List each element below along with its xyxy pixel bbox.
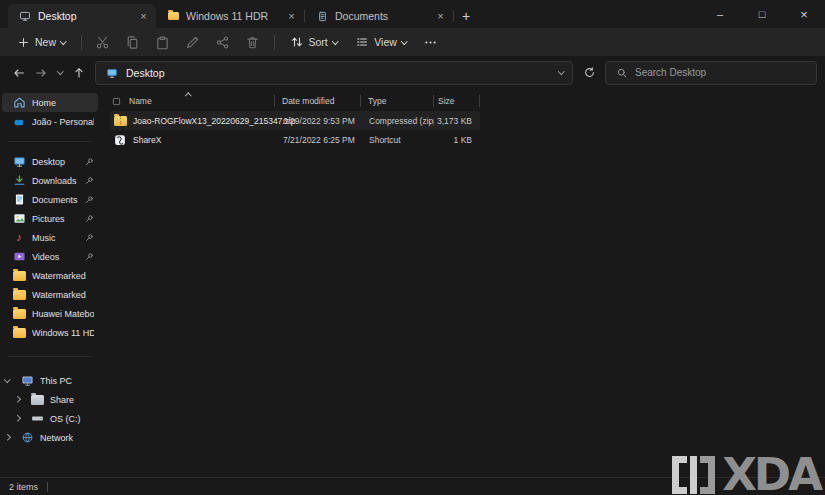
arrow-right-icon bbox=[34, 66, 48, 80]
file-type: Shortcut bbox=[361, 135, 434, 145]
pin-icon bbox=[85, 195, 94, 204]
sidebar-item-watermarked-1[interactable]: Watermarked bbox=[2, 266, 98, 285]
items-count: 2 items bbox=[9, 482, 38, 492]
search-box[interactable] bbox=[605, 61, 817, 85]
view-icon bbox=[355, 35, 369, 49]
arrow-up-icon bbox=[72, 66, 86, 80]
sidebar-item-share[interactable]: Share bbox=[2, 390, 98, 409]
cut-button[interactable] bbox=[89, 30, 117, 54]
main-area: Home João - Personal Desktop bbox=[0, 89, 825, 477]
sidebar-item-pictures[interactable]: Pictures bbox=[2, 209, 98, 228]
view-button[interactable]: View bbox=[347, 30, 414, 54]
close-button[interactable]: × bbox=[783, 0, 825, 28]
pencil-icon bbox=[185, 35, 200, 50]
zip-folder-icon bbox=[113, 116, 127, 126]
scissors-icon bbox=[95, 35, 110, 50]
column-divider[interactable] bbox=[479, 95, 480, 107]
drive-icon bbox=[30, 412, 44, 425]
address-dropdown-icon[interactable] bbox=[558, 68, 564, 74]
network-globe-icon bbox=[20, 431, 34, 444]
refresh-button[interactable] bbox=[578, 61, 600, 85]
share-button[interactable] bbox=[209, 30, 237, 54]
recent-locations-button[interactable] bbox=[52, 61, 68, 85]
new-tab-button[interactable]: + bbox=[454, 4, 478, 28]
arrow-left-icon bbox=[12, 66, 26, 80]
paste-button[interactable] bbox=[149, 30, 177, 54]
chevron-right-icon[interactable] bbox=[5, 435, 14, 440]
ellipsis-icon bbox=[423, 35, 438, 50]
tab-documents[interactable]: Documents × bbox=[305, 4, 453, 28]
chevron-right-icon[interactable] bbox=[15, 397, 24, 402]
column-header-date-modified[interactable]: Date modified bbox=[275, 91, 360, 111]
sidebar-item-documents[interactable]: Documents bbox=[2, 190, 98, 209]
xda-logo-icon bbox=[672, 456, 687, 494]
document-icon bbox=[315, 11, 329, 22]
file-name: Joao-ROGFlowX13_20220629_215347.zip bbox=[133, 116, 296, 126]
desktop-icon bbox=[12, 155, 26, 168]
maximize-button[interactable]: □ bbox=[741, 0, 783, 28]
sidebar-item-windows-11-hdr[interactable]: Windows 11 HDR bbox=[2, 323, 98, 342]
column-header-name[interactable]: Name bbox=[110, 91, 274, 111]
share-icon bbox=[215, 35, 230, 50]
sort-button[interactable]: Sort bbox=[282, 30, 346, 54]
navigation-pane: Home João - Personal Desktop bbox=[0, 89, 100, 477]
file-row[interactable]: ShareX 7/21/2022 6:25 PM Shortcut 1 KB bbox=[110, 130, 480, 149]
more-options-button[interactable] bbox=[416, 30, 444, 54]
window-controls: – □ × bbox=[699, 0, 825, 28]
tab-windows-11-hdr[interactable]: Windows 11 HDR × bbox=[156, 4, 304, 28]
search-input[interactable] bbox=[635, 67, 807, 78]
chevron-right-icon[interactable] bbox=[15, 416, 24, 421]
sidebar-item-network[interactable]: Network bbox=[2, 428, 98, 447]
desktop-location-icon bbox=[105, 67, 119, 79]
sidebar-item-huawei-matebook[interactable]: Huawei Matebook bbox=[2, 304, 98, 323]
up-button[interactable] bbox=[68, 61, 90, 85]
titlebar: Desktop × Windows 11 HDR × Documents × +… bbox=[0, 0, 825, 28]
file-size: 1 KB bbox=[434, 135, 480, 145]
sidebar-item-watermarked-2[interactable]: Watermarked bbox=[2, 285, 98, 304]
tab-label: Desktop bbox=[38, 10, 130, 22]
file-row[interactable]: Joao-ROGFlowX13_20220629_215347.zip 6/29… bbox=[110, 111, 480, 130]
folder-icon bbox=[12, 309, 26, 319]
forward-button[interactable] bbox=[30, 61, 52, 85]
folder-icon bbox=[12, 290, 26, 300]
column-header-size[interactable]: Size bbox=[434, 91, 479, 111]
pin-icon bbox=[85, 214, 94, 223]
sidebar-separator bbox=[8, 141, 92, 142]
select-all-checkbox[interactable] bbox=[112, 97, 121, 106]
copy-button[interactable] bbox=[119, 30, 147, 54]
folder-icon bbox=[12, 271, 26, 281]
sidebar-item-downloads[interactable]: Downloads bbox=[2, 171, 98, 190]
plus-icon bbox=[16, 36, 30, 49]
toolbar-divider bbox=[81, 35, 82, 50]
minimize-button[interactable]: – bbox=[699, 0, 741, 28]
tab-close-icon[interactable]: × bbox=[433, 9, 448, 24]
sidebar-item-home[interactable]: Home bbox=[2, 93, 98, 112]
download-icon bbox=[12, 174, 26, 187]
sidebar-item-videos[interactable]: Videos bbox=[2, 247, 98, 266]
search-icon bbox=[615, 67, 629, 79]
delete-button[interactable] bbox=[239, 30, 267, 54]
sidebar-item-onedrive-personal[interactable]: João - Personal bbox=[2, 112, 98, 131]
rename-button[interactable] bbox=[179, 30, 207, 54]
address-row: Desktop bbox=[0, 56, 825, 89]
breadcrumb-location[interactable]: Desktop bbox=[126, 67, 165, 79]
documents-icon bbox=[12, 193, 26, 206]
file-type: Compressed (zipp... bbox=[361, 116, 434, 126]
sidebar-item-desktop[interactable]: Desktop bbox=[2, 152, 98, 171]
file-size: 3,173 KB bbox=[434, 116, 480, 126]
tab-desktop[interactable]: Desktop × bbox=[8, 4, 156, 28]
tab-close-icon[interactable]: × bbox=[136, 9, 151, 24]
back-button[interactable] bbox=[8, 61, 30, 85]
column-header-type[interactable]: Type bbox=[361, 91, 433, 111]
new-button-label: New bbox=[35, 36, 56, 48]
sidebar-item-os-c[interactable]: OS (C:) bbox=[2, 409, 98, 428]
xda-logo-icon bbox=[700, 456, 715, 494]
chevron-down-icon[interactable] bbox=[5, 379, 14, 382]
chevron-down-icon bbox=[57, 68, 63, 74]
pin-icon bbox=[85, 233, 94, 242]
sidebar-item-this-pc[interactable]: This PC bbox=[2, 371, 98, 390]
address-bar[interactable]: Desktop bbox=[95, 61, 573, 85]
sidebar-item-music[interactable]: ♪ Music bbox=[2, 228, 98, 247]
new-button[interactable]: New bbox=[8, 30, 74, 54]
tab-close-icon[interactable]: × bbox=[284, 9, 299, 24]
